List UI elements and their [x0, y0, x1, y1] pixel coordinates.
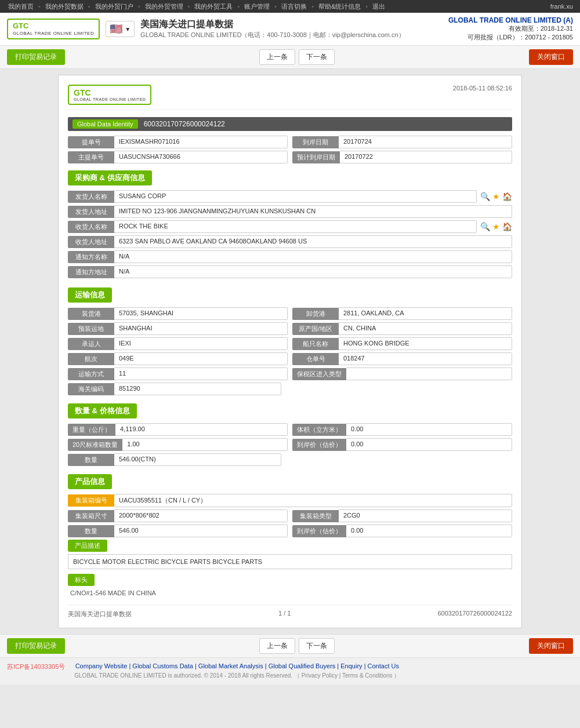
pre-loading-row: 预装运地 SHANGHAI: [68, 322, 288, 335]
arrival-price-value: 0.00: [346, 438, 512, 451]
consignee-addr-label: 收货人地址: [68, 236, 114, 248]
footer-link-contact[interactable]: Contact Us: [368, 663, 399, 669]
pre-loading-value: SHANGHAI: [114, 322, 288, 335]
bottom-next-button[interactable]: 下一条: [299, 638, 335, 654]
bottom-prev-button[interactable]: 上一条: [259, 638, 295, 654]
ftz-entry-value: [346, 367, 512, 380]
next-button[interactable]: 下一条: [299, 49, 335, 65]
est-arrival-row: 预计到岸日期 20170722: [292, 151, 512, 163]
user-name: frank.xu: [550, 3, 575, 10]
master-bill-value: UASUCNSHA730666: [114, 151, 288, 163]
page-title: 美国海关进口提单数据: [140, 19, 405, 31]
nav-trade-manage[interactable]: 我的外贸管理: [142, 1, 187, 12]
bottom-close-button[interactable]: 关闭窗口: [529, 638, 573, 654]
volume-value: 0.00: [346, 423, 512, 436]
loading-port-row: 装货港 57035, SHANGHAI: [68, 307, 288, 320]
transport-mode-label: 运输方式: [68, 368, 114, 380]
transport-mode-row: 运输方式 11: [68, 367, 288, 380]
print-button[interactable]: 打印贸易记录: [7, 49, 65, 65]
quantity-count-label: 数量: [68, 454, 114, 466]
consignee-home-icon[interactable]: 🏠: [502, 222, 512, 231]
consignee-addr-value: 6323 SAN PABLO AVE OAKLAND CA 94608OAKLA…: [114, 235, 512, 248]
nav-language[interactable]: 语言切换: [278, 1, 310, 12]
carrier-label: 承运人: [68, 338, 114, 350]
bottom-print-button[interactable]: 打印贸易记录: [7, 638, 65, 654]
bill-fields: 提单号 IEXISMASHR071016 到岸日期 20170724 主提单号 …: [68, 136, 512, 163]
shipper-addr-value: IMITED NO 123-906 JIANGNANMINGZHUYUAN KU…: [114, 205, 512, 218]
company-name: GLOBAL TRADE ONLINE LIMITED (A): [448, 16, 573, 24]
transport-mode-value: 11: [114, 367, 288, 380]
product-container-type-value: 2CG0: [339, 509, 512, 522]
nav-trade-tools[interactable]: 我的外贸工具: [191, 1, 236, 12]
shipper-name-icons: 🔍 ★ 🏠: [477, 192, 512, 201]
product-container-type-row: 集装箱类型 2CG0: [292, 509, 512, 522]
quantity-section-header: 数量 & 价格信息: [68, 403, 137, 418]
marks-section: 标头 C/NO#1-546 MADE IN CHINA: [68, 572, 512, 598]
volume-label: 体积（立方米）: [292, 424, 346, 436]
notify-name-row: 通知方名称 N/A: [68, 250, 512, 263]
container-20ft-label: 20尺标准箱数量: [68, 439, 122, 451]
customs-code-value: 851290: [114, 383, 281, 395]
product-desc-section: 产品描述 BICYCLE MOTOR ELECTRIC BICYCLE PART…: [68, 540, 512, 569]
container-20ft-value: 1.00: [122, 438, 288, 451]
nav-trade-portal[interactable]: 我的外贸门户: [92, 1, 137, 12]
product-section-header: 产品信息: [68, 474, 112, 489]
notify-addr-value: N/A: [114, 265, 512, 278]
product-arrival-price-value: 0.00: [346, 525, 512, 537]
est-arrival-value: 20170722: [340, 151, 512, 163]
page-subtitle: GLOBAL TRADE ONLINE LIMITED（电话：400-710-3…: [140, 31, 405, 39]
star-icon[interactable]: ★: [492, 192, 500, 201]
flag-dropdown-arrow: ▼: [125, 26, 130, 32]
footer-links: Company Website | Global Customs Data | …: [74, 663, 400, 669]
footer-link-company[interactable]: Company Website: [75, 663, 128, 669]
marks-button[interactable]: 标头: [68, 574, 95, 586]
logo: GTC GLOBAL TRADE ONLINE LIMITED: [7, 19, 100, 39]
footer-link-buyers[interactable]: Global Qualified Buyers: [269, 663, 336, 669]
arrival-date-value: 20170724: [339, 136, 512, 148]
footer-link-market[interactable]: Global Market Analysis: [198, 663, 263, 669]
prev-button[interactable]: 上一条: [259, 49, 295, 65]
arrival-date-row: 到岸日期 20170724: [292, 136, 512, 148]
product-container-no-value: UACU3595511（CN / L / CY）: [114, 494, 512, 507]
notify-name-label: 通知方名称: [68, 251, 114, 263]
carrier-row: 承运人 IEXI: [68, 337, 288, 350]
product-desc-button[interactable]: 产品描述: [68, 540, 107, 552]
ftz-entry-label: 保税区进入类型: [292, 368, 346, 380]
consignee-name-icons: 🔍 ★ 🏠: [477, 222, 512, 231]
top-toolbar: 打印贸易记录 上一条 下一条 关闭窗口: [0, 46, 580, 69]
master-bill-row: 主提单号 UASUCNSHA730666: [68, 151, 288, 163]
product-container-size-row: 集装箱尺寸 2000*806*802: [68, 509, 288, 522]
weight-value: 4,119.00: [115, 423, 288, 436]
document-timestamp: 2018-05-11 08:52:16: [453, 85, 512, 92]
voyage-value: 049E: [114, 352, 288, 365]
discharge-port-label: 卸货港: [292, 308, 339, 320]
footer-link-customs[interactable]: Global Customs Data: [132, 663, 193, 669]
page-header: GTC GLOBAL TRADE ONLINE LIMITED 🇺🇸 ▼ 美国海…: [0, 13, 580, 46]
container-no-value: 018247: [339, 352, 512, 365]
product-quantity-value: 546.00: [114, 525, 288, 537]
consignee-addr-row: 收货人地址 6323 SAN PABLO AVE OAKLAND CA 9460…: [68, 235, 512, 248]
customs-code-row: 海关编码 851290: [68, 383, 512, 395]
consignee-search-icon[interactable]: 🔍: [480, 222, 490, 231]
nav-account[interactable]: 账户管理: [241, 1, 273, 12]
nav-home[interactable]: 我的首页: [5, 1, 37, 12]
country-selector[interactable]: 🇺🇸 ▼: [106, 21, 135, 37]
nav-help[interactable]: 帮助&统计信息: [315, 1, 364, 12]
consignee-name-row: 收货人名称 ROCK THE BIKE 🔍 ★ 🏠: [68, 220, 512, 233]
global-data-identity-value: 600320170726000024122: [144, 120, 225, 128]
home-icon[interactable]: 🏠: [502, 192, 512, 201]
container-no-label: 仓单号: [292, 353, 339, 365]
weight-row: 重量（公斤） 4,119.00: [68, 423, 288, 436]
container-no-row: 仓单号 018247: [292, 352, 512, 365]
est-arrival-label: 预计到岸日期: [292, 151, 340, 163]
global-data-identity-label: Global Data Identity: [72, 119, 138, 129]
consignee-star-icon[interactable]: ★: [492, 222, 500, 231]
document-container: GTC GLOBAL TRADE ONLINE LIMITED 2018-05-…: [58, 75, 522, 628]
vessel-label: 船只名称: [292, 338, 339, 350]
search-icon[interactable]: 🔍: [480, 192, 490, 201]
marks-value: C/NO#1-546 MADE IN CHINA: [68, 588, 512, 598]
nav-trade-data[interactable]: 我的外贸数据: [42, 1, 87, 12]
footer-link-enquiry[interactable]: Enquiry: [340, 663, 362, 669]
close-button[interactable]: 关闭窗口: [529, 49, 573, 65]
nav-logout[interactable]: 退出: [369, 1, 389, 12]
